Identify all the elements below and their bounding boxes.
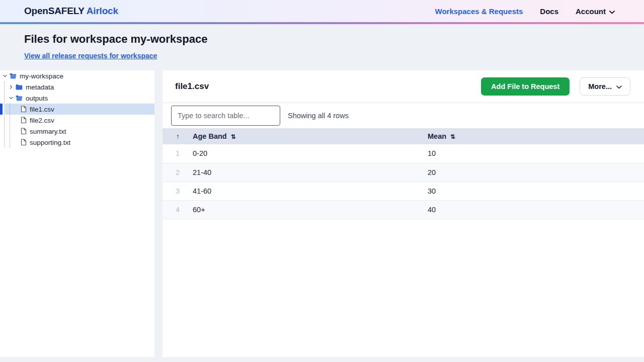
folder-closed-icon [16,84,23,90]
file-icon [21,128,27,135]
mean-cell: 10 [419,144,644,163]
chevron-down-icon [616,82,622,90]
table-row: 1 0-20 10 [163,144,644,163]
more-button[interactable]: More... [580,77,630,96]
age-band-cell: 21-40 [184,163,419,182]
tree-item-label: metadata [26,83,54,91]
navbar: OpenSAFELY Airlock Workspaces & Requests… [0,0,644,22]
column-header-label: Age Band [193,132,227,140]
file-header: file1.csv Add File to Request More... [163,70,644,103]
sort-icon[interactable]: ⇅ [450,133,455,140]
file-title: file1.csv [175,81,209,92]
sidebar-file-tree: my-workspace metadata [0,70,154,357]
age-band-cell: 0-20 [184,144,419,163]
view-release-requests-link[interactable]: View all release requests for workspace [24,52,157,60]
search-input[interactable] [171,106,280,126]
table-row: 3 41-60 30 [163,182,644,200]
tree-item-label: summary.txt [30,128,66,135]
mean-cell: 20 [419,163,644,182]
csv-data-table: ↑ Age Band⇅ Mean⇅ 1 0-20 10 2 21-40 20 3 [163,128,644,219]
page-header: Files for workspace my-workspace View al… [0,24,644,60]
tree-item-summary-txt[interactable]: summary.txt [0,126,154,137]
tree: my-workspace metadata [0,70,154,148]
file-icon [21,106,27,113]
row-number-cell: 3 [163,182,184,200]
tree-item-label: my-workspace [20,72,63,80]
tree-item-label: supporting.txt [30,139,70,146]
nav-link-workspaces[interactable]: Workspaces & Requests [435,7,523,16]
tree-item-file1-csv[interactable]: file1.csv [0,104,154,115]
add-file-to-request-button[interactable]: Add File to Request [481,77,570,96]
file-viewer-panel: file1.csv Add File to Request More... Sh… [163,70,644,357]
tree-item-label: outputs [26,95,48,102]
table-row: 2 21-40 20 [163,163,644,182]
sort-icon[interactable]: ⇅ [231,133,236,140]
brand-logo[interactable]: OpenSAFELY Airlock [24,6,118,17]
more-button-label: More... [588,82,612,90]
rows-status: Showing all 4 rows [288,112,349,120]
table-toolbar: Showing all 4 rows [163,103,644,128]
file-icon [21,117,27,124]
row-number-header[interactable]: ↑ [163,128,184,144]
tree-item-label: file1.csv [30,106,54,113]
column-header-age-band[interactable]: Age Band⇅ [184,128,419,144]
brand-primary: OpenSAFELY [24,6,84,16]
age-band-cell: 60+ [184,200,419,219]
column-header-mean[interactable]: Mean⇅ [419,128,644,144]
tree-item-outputs[interactable]: outputs [0,93,154,104]
chevron-down-icon[interactable] [8,96,14,101]
nav-link-docs[interactable]: Docs [540,7,558,16]
tree-item-my-workspace[interactable]: my-workspace [0,70,154,81]
row-number-cell: 4 [163,200,184,219]
table-row: 4 60+ 40 [163,200,644,219]
tree-item-file2-csv[interactable]: file2.csv [0,115,154,126]
tree-guide-line [4,81,5,148]
mean-cell: 40 [419,200,644,219]
tree-item-label: file2.csv [30,117,54,124]
tree-item-metadata[interactable]: metadata [0,81,154,93]
tree-guide-line [10,104,10,148]
content-area: my-workspace metadata [0,70,644,357]
row-number-cell: 1 [163,144,184,163]
page-title: Files for workspace my-workspace [24,33,620,46]
tree-item-supporting-txt[interactable]: supporting.txt [0,137,154,148]
folder-open-icon [16,95,23,101]
account-label: Account [576,7,606,16]
sort-ascending-icon: ↑ [176,132,180,140]
row-number-cell: 2 [163,163,184,182]
column-header-label: Mean [428,132,446,140]
chevron-down-icon [609,7,615,16]
folder-open-icon [10,73,17,79]
brand-secondary: Airlock [87,6,118,16]
file-icon [21,139,27,146]
nav-links: Workspaces & Requests Docs Account [435,7,615,16]
mean-cell: 30 [419,182,644,200]
chevron-down-icon[interactable] [2,73,8,78]
table-header-row: ↑ Age Band⇅ Mean⇅ [163,128,644,144]
nav-link-account[interactable]: Account [576,7,615,16]
chevron-right-icon[interactable] [8,84,14,89]
age-band-cell: 41-60 [184,182,419,200]
